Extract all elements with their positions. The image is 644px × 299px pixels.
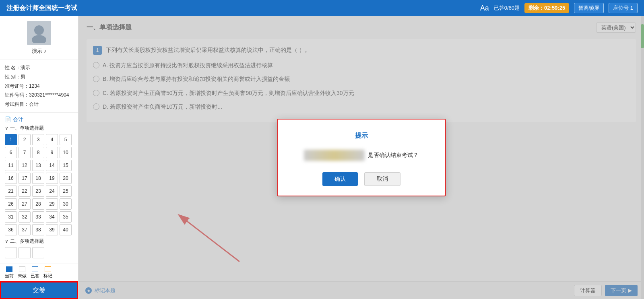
question-btn-32[interactable]: 32 <box>19 211 31 223</box>
user-details: 性 名：演示 性 别：男 准考证号：1234 证件号码：320321******… <box>0 60 78 113</box>
question-btn-23[interactable]: 23 <box>32 186 44 197</box>
question-btn-6[interactable]: 6 <box>5 147 17 158</box>
section1-header: ∨ 一、单项选择题 <box>5 125 73 132</box>
svg-point-1 <box>32 35 46 43</box>
question-btn-38[interactable]: 38 <box>32 224 44 235</box>
user-name: 演示 <box>32 47 42 55</box>
file-icon: 📄 <box>5 116 11 122</box>
question-btn-39[interactable]: 39 <box>46 224 58 235</box>
dialog-title: 提示 <box>290 132 433 140</box>
font-size-icon[interactable]: Aa <box>480 4 489 12</box>
gender-row: 性 名：演示 <box>5 63 73 72</box>
question-grid-1: 1 2 3 4 5 6 7 8 9 10 11 12 13 14 15 16 1… <box>5 134 73 235</box>
question-btn-36[interactable]: 36 <box>5 224 17 235</box>
question-btn-40[interactable]: 40 <box>60 224 72 235</box>
legend-row: 当前 未做 已答 标记 <box>0 264 78 281</box>
question-btn-12[interactable]: 12 <box>19 160 31 171</box>
section2-header: ∨ 二、多项选择题 <box>5 238 73 245</box>
multi-q-btn-3[interactable] <box>32 247 44 258</box>
cert-row: 证件号码：320321*******4904 <box>5 91 73 100</box>
legend-answered: 已答 <box>31 266 39 279</box>
chevron-down-icon: ∨ <box>5 125 8 131</box>
legend-marked: 标记 <box>43 266 52 279</box>
question-btn-3[interactable]: 3 <box>32 134 44 145</box>
chevron-down-icon-2: ∨ <box>5 238 8 244</box>
question-btn-37[interactable]: 37 <box>19 224 31 235</box>
timer-label: 剩余： <box>528 5 544 11</box>
question-btn-20[interactable]: 20 <box>60 173 72 184</box>
question-btn-22[interactable]: 22 <box>19 186 31 197</box>
question-btn-29[interactable]: 29 <box>46 198 58 210</box>
question-btn-14[interactable]: 14 <box>46 160 58 171</box>
content-area: 一、单项选择题 英语(美国) 1 下列有关长期股权投资权益法增资后仍采用权益法核… <box>78 16 644 299</box>
question-btn-26[interactable]: 26 <box>5 198 17 210</box>
question-btn-30[interactable]: 30 <box>60 198 72 210</box>
question-btn-5[interactable]: 5 <box>60 134 72 145</box>
nav-section: 📄 会计 ∨ 一、单项选择题 1 2 3 4 5 6 7 8 9 10 11 1… <box>0 113 78 264</box>
user-name-row: 演示 ∧ <box>32 47 47 55</box>
question-btn-15[interactable]: 15 <box>60 160 72 171</box>
header: 注册会计师全国统一考试 Aa 已答0/60题 剩余：02:59:25 暂离锁屏 … <box>0 0 644 16</box>
timer-box: 剩余：02:59:25 <box>524 3 569 13</box>
question-btn-10[interactable]: 10 <box>60 147 72 158</box>
legend-unanswered: 未做 <box>18 266 27 279</box>
score-info: 已答0/60题 <box>494 4 520 12</box>
dialog-buttons: 确认 取消 <box>290 172 433 186</box>
multi-q-btn-2[interactable] <box>19 247 31 258</box>
avatar <box>27 21 51 45</box>
header-right: Aa 已答0/60题 剩余：02:59:25 暂离锁屏 座位号 1 <box>480 3 638 13</box>
user-info: 演示 ∧ <box>0 16 78 60</box>
dialog: 提示 ██████████████ 是否确认结束考试？ 确认 取消 <box>277 119 446 196</box>
dialog-body: ██████████████ 是否确认结束考试？ <box>290 150 433 161</box>
seat-info: 座位号 1 <box>609 3 638 13</box>
question-btn-17[interactable]: 17 <box>19 173 31 184</box>
chevron-up-icon[interactable]: ∧ <box>44 49 47 54</box>
app-title: 注册会计师全国统一考试 <box>6 4 77 12</box>
legend-current: 当前 <box>5 266 14 279</box>
lock-screen-button[interactable]: 暂离锁屏 <box>574 3 604 13</box>
question-btn-4[interactable]: 4 <box>46 134 58 145</box>
question-btn-9[interactable]: 9 <box>46 147 58 158</box>
main-layout: 演示 ∧ 性 名：演示 性 别：男 准考证号：1234 证件号码：320321*… <box>0 16 644 299</box>
question-btn-35[interactable]: 35 <box>60 211 72 223</box>
cancel-button[interactable]: 取消 <box>364 172 400 186</box>
question-btn-7[interactable]: 7 <box>19 147 31 158</box>
subject-row: 考试科目：会计 <box>5 100 73 109</box>
sidebar: 演示 ∧ 性 名：演示 性 别：男 准考证号：1234 证件号码：320321*… <box>0 16 78 299</box>
blurred-user-info: ██████████████ <box>304 150 365 161</box>
question-btn-1[interactable]: 1 <box>5 134 17 145</box>
submit-button[interactable]: 交卷 <box>0 281 78 299</box>
question-btn-18[interactable]: 18 <box>32 173 44 184</box>
question-btn-2[interactable]: 2 <box>19 134 31 145</box>
svg-point-0 <box>34 25 44 35</box>
question-btn-25[interactable]: 25 <box>60 186 72 197</box>
question-grid-2 <box>5 247 73 258</box>
subject-link[interactable]: 📄 会计 <box>5 116 73 123</box>
question-btn-28[interactable]: 28 <box>32 198 44 210</box>
confirm-button[interactable]: 确认 <box>322 172 358 186</box>
question-btn-34[interactable]: 34 <box>46 211 58 223</box>
id-row: 准考证号：1234 <box>5 82 73 91</box>
modal-overlay: 提示 ██████████████ 是否确认结束考试？ 确认 取消 <box>78 16 644 299</box>
dialog-body-text: 是否确认结束考试？ <box>368 152 419 158</box>
question-btn-13[interactable]: 13 <box>32 160 44 171</box>
question-btn-24[interactable]: 24 <box>46 186 58 197</box>
seat-label: 座位号 <box>613 5 629 11</box>
question-btn-27[interactable]: 27 <box>19 198 31 210</box>
question-btn-21[interactable]: 21 <box>5 186 17 197</box>
question-btn-31[interactable]: 31 <box>5 211 17 223</box>
question-btn-19[interactable]: 19 <box>46 173 58 184</box>
question-btn-8[interactable]: 8 <box>32 147 44 158</box>
sex-row: 性 别：男 <box>5 72 73 82</box>
question-btn-16[interactable]: 16 <box>5 173 17 184</box>
timer-value: 02:59:25 <box>544 5 565 11</box>
question-btn-11[interactable]: 11 <box>5 160 17 171</box>
question-btn-33[interactable]: 33 <box>32 211 44 223</box>
multi-q-btn-1[interactable] <box>5 247 17 258</box>
seat-num: 1 <box>630 5 633 11</box>
